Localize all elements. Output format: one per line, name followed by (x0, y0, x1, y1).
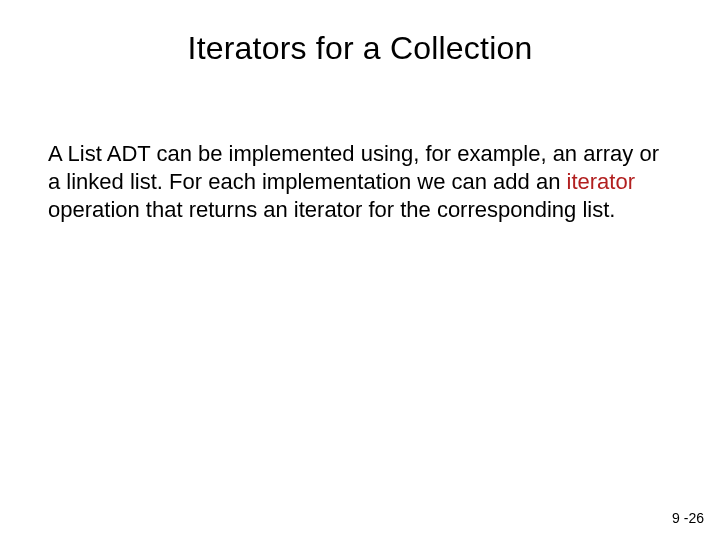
body-highlight-iterator: iterator (567, 169, 635, 194)
slide-body: A List ADT can be implemented using, for… (48, 140, 672, 224)
body-text-after: operation that returns an iterator for t… (48, 197, 615, 222)
slide: Iterators for a Collection A List ADT ca… (0, 0, 720, 540)
slide-title: Iterators for a Collection (0, 30, 720, 67)
page-number: 9 -26 (672, 510, 704, 526)
